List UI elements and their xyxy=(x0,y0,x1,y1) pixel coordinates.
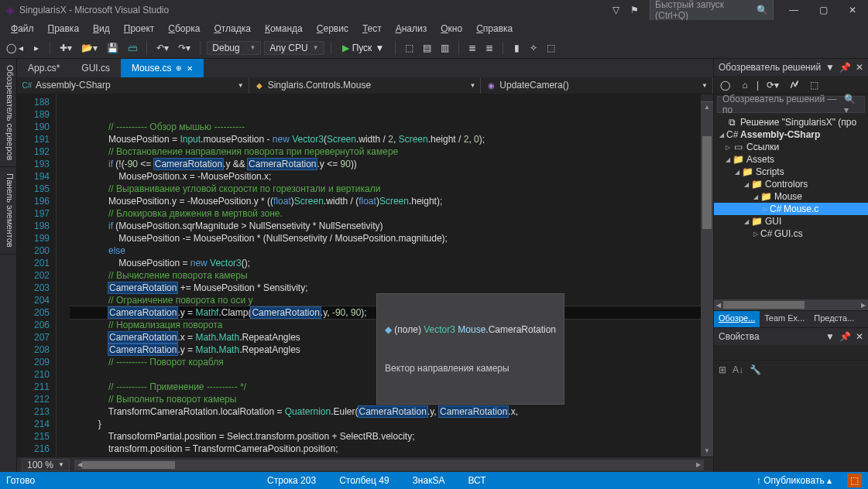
tb-icon-2[interactable]: ▤ xyxy=(420,41,434,55)
horizontal-scrollbar[interactable]: ◀▶ xyxy=(74,460,704,470)
sort-icon[interactable]: A↓ xyxy=(732,364,743,375)
categorize-icon[interactable]: ⊞ xyxy=(719,364,726,375)
publish-button[interactable]: ↑ Опубликовать ▴ xyxy=(756,475,832,486)
properties-toolbar: ⊞ A↓ 🔧 xyxy=(714,361,868,379)
menu-Правка[interactable]: Правка xyxy=(42,21,86,36)
scope-icon[interactable]: ⬚ xyxy=(807,78,822,92)
home-icon[interactable]: ◯ xyxy=(717,78,733,92)
tree-h-scroll[interactable]: ◀ ▶ xyxy=(714,299,868,310)
tree-item[interactable]: ◢C#Assembly-CSharp xyxy=(714,128,868,141)
menu-Тест[interactable]: Тест xyxy=(356,21,388,36)
menu-Проект[interactable]: Проект xyxy=(118,21,161,36)
menu-Окно[interactable]: Окно xyxy=(434,21,468,36)
tb-icon-7[interactable]: ✧ xyxy=(527,41,540,55)
filter-icon[interactable]: ▽ xyxy=(612,5,619,15)
file-tab[interactable]: App.cs* xyxy=(17,59,70,77)
properties-header: Свойства ▼📌✕ xyxy=(714,328,868,345)
solution-search[interactable]: Обозреватель решений — по 🔍▾ xyxy=(717,96,865,113)
close-panel-icon[interactable]: ✕ xyxy=(856,331,863,342)
config-combo[interactable]: Debug▼ xyxy=(207,41,261,55)
close-button[interactable]: ✕ xyxy=(843,5,862,15)
open-button[interactable]: 📂▾ xyxy=(78,41,101,55)
menu-Команда[interactable]: Команда xyxy=(259,21,309,36)
save-button[interactable]: 💾 xyxy=(104,41,122,55)
pin-icon[interactable]: 📌 xyxy=(839,62,851,73)
status-ready: Готово xyxy=(6,475,35,486)
vertical-scrollbar[interactable]: ▲ ▼ xyxy=(701,94,713,457)
code-view: 1881891901911921931941951961971981992002… xyxy=(17,94,713,457)
quick-launch-placeholder: Быстрый запуск (Ctrl+Q) xyxy=(655,0,756,21)
status-col: Столбец 49 xyxy=(339,475,389,486)
menu-Файл[interactable]: Файл xyxy=(5,21,40,36)
tb-icon-3[interactable]: ▥ xyxy=(437,41,452,55)
tree-item[interactable]: ◢📁Scripts xyxy=(714,166,868,178)
redo-button[interactable]: ↷▾ xyxy=(175,41,194,55)
nav-member[interactable]: ◉UpdateCamera()▼ xyxy=(481,77,713,94)
dropdown-icon[interactable]: ▼ xyxy=(825,331,835,342)
tree-item[interactable]: ◢📁Controlors xyxy=(714,178,868,190)
scroll-thumb[interactable] xyxy=(702,136,712,229)
close-panel-icon[interactable]: ✕ xyxy=(856,62,863,73)
platform-combo[interactable]: Any CPU▼ xyxy=(264,41,324,55)
code-editor[interactable]: // ---------- Обзор мышью ---------- Mou… xyxy=(70,94,701,457)
tree-item[interactable]: ◢📁Assets xyxy=(714,153,868,166)
tree-item[interactable]: ◢📁GUI xyxy=(714,215,868,227)
status-bar: Готово Строка 203 Столбец 49 ЗнакSA ВСТ … xyxy=(0,472,868,489)
menu-Справка[interactable]: Справка xyxy=(470,21,519,36)
new-project-button[interactable]: ✚▾ xyxy=(57,41,75,55)
tb-icon-1[interactable]: ⬚ xyxy=(402,41,417,55)
panel-tab[interactable]: Обозре... xyxy=(714,311,760,327)
pin-icon[interactable]: ⊕ xyxy=(176,64,182,72)
menu-Вид[interactable]: Вид xyxy=(87,21,116,36)
file-tab[interactable]: GUI.cs xyxy=(70,59,121,77)
menu-Отладка[interactable]: Отладка xyxy=(208,21,256,36)
tb-icon-4[interactable]: ≣ xyxy=(465,41,479,55)
source-control-icon[interactable]: ⬚ xyxy=(847,474,862,487)
undo-button[interactable]: ↶▾ xyxy=(153,41,172,55)
minimize-button[interactable]: — xyxy=(784,5,803,15)
maximize-button[interactable]: ▢ xyxy=(814,5,832,15)
menu-Сборка[interactable]: Сборка xyxy=(162,21,206,36)
solution-toolbar: ◯ ⌂ | ⟳▾ 🗲 ⬚ xyxy=(714,76,868,94)
nav-scope[interactable]: C#Assembly-CSharp▼ xyxy=(17,77,249,94)
tree-item[interactable]: ⧉Решение "SingularisX" (про xyxy=(714,116,868,128)
home2-icon[interactable]: ⌂ xyxy=(738,78,752,92)
quick-launch-input[interactable]: Быстрый запуск (Ctrl+Q) 🔍 xyxy=(650,0,774,22)
folding-margin[interactable] xyxy=(56,94,70,457)
tb-icon-5[interactable]: ≣ xyxy=(482,41,496,55)
tb-icon-6[interactable]: ▮ xyxy=(509,41,523,55)
rail-Обозреватель серверов[interactable]: Обозреватель серверов xyxy=(0,59,16,167)
run-button[interactable]: ▶Пуск▼ xyxy=(338,41,389,55)
save-all-button[interactable]: 🗃 xyxy=(125,41,140,55)
dropdown-icon[interactable]: ▼ xyxy=(825,62,835,73)
scroll-down-arrow[interactable]: ▼ xyxy=(701,446,713,457)
tool-icon[interactable]: 🗲 xyxy=(787,78,802,92)
pin-icon[interactable]: 📌 xyxy=(839,331,851,342)
props-icon[interactable]: 🔧 xyxy=(750,364,761,375)
zoom-combo[interactable]: 100 %▼ xyxy=(22,459,70,471)
nav-back-button[interactable]: ◯ ◂ xyxy=(3,41,26,55)
nav-fwd-button[interactable]: ▸ xyxy=(29,41,43,55)
rail-Панель элементов[interactable]: Панель элементов xyxy=(0,167,16,255)
scroll-up-arrow[interactable]: ▲ xyxy=(701,102,713,113)
panel-tab[interactable]: Предста... xyxy=(809,311,859,327)
close-tab-icon[interactable]: ✕ xyxy=(187,64,193,73)
split-handle[interactable] xyxy=(701,94,713,102)
tree-item[interactable]: ▷▭Ссылки xyxy=(714,141,868,153)
tb-icon-8[interactable]: ⬚ xyxy=(544,41,558,55)
nav-class[interactable]: ◆Singlaris.Controls.Mouse▼ xyxy=(249,77,482,94)
tree-item[interactable]: ▷C#GUI.cs xyxy=(714,227,868,240)
solution-explorer-header: Обозреватель решений ▼📌✕ xyxy=(714,59,868,76)
menu-Анализ[interactable]: Анализ xyxy=(389,21,434,36)
panel-tab[interactable]: Team Ex... xyxy=(760,311,809,327)
menu-Сервис[interactable]: Сервис xyxy=(310,21,355,36)
tree-item[interactable]: ▷C#Mouse.c xyxy=(714,203,868,215)
tree-item[interactable]: ◢📁Mouse xyxy=(714,190,868,203)
sync-icon[interactable]: ⟳▾ xyxy=(763,78,782,92)
intellisense-tooltip: ◆ (поле) Vector3 Mouse.CameraRotation Ве… xyxy=(376,293,564,405)
search-icon: 🔍▾ xyxy=(844,94,859,115)
solution-tree[interactable]: ⧉Решение "SingularisX" (про◢C#Assembly-C… xyxy=(714,115,868,299)
file-tab[interactable]: Mouse.cs⊕✕ xyxy=(121,59,204,77)
flag-icon[interactable]: ⚑ xyxy=(630,5,639,15)
window-title: SingularisX - Microsoft Visual Studio xyxy=(19,5,169,15)
